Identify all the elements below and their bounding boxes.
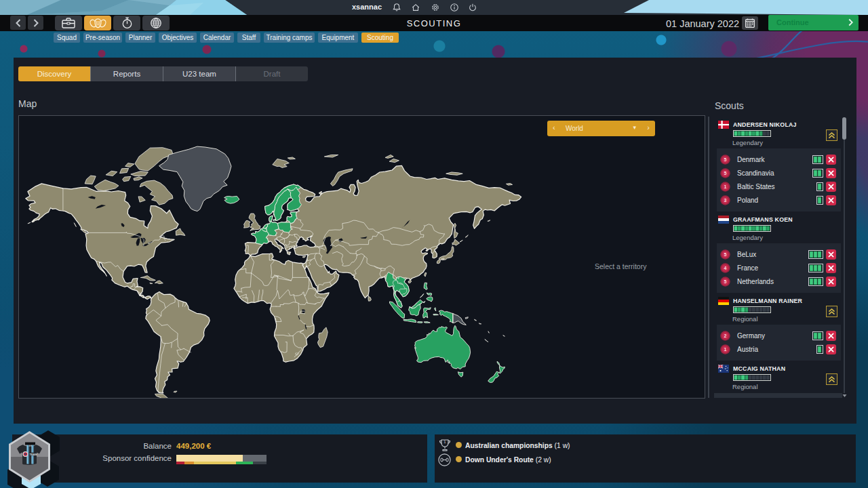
- svg-text:1: 1: [724, 184, 727, 189]
- svg-text:5: 5: [724, 279, 727, 284]
- svg-text:4: 4: [724, 266, 727, 270]
- svg-text:3: 3: [724, 198, 727, 203]
- svg-text:2: 2: [724, 333, 727, 338]
- svg-text:TEAM: TEAM: [30, 453, 38, 456]
- svg-text:5: 5: [724, 252, 727, 257]
- svg-text:5: 5: [724, 157, 727, 162]
- svg-text:1: 1: [443, 440, 446, 444]
- svg-text:1: 1: [724, 347, 727, 352]
- svg-text:5: 5: [724, 171, 727, 176]
